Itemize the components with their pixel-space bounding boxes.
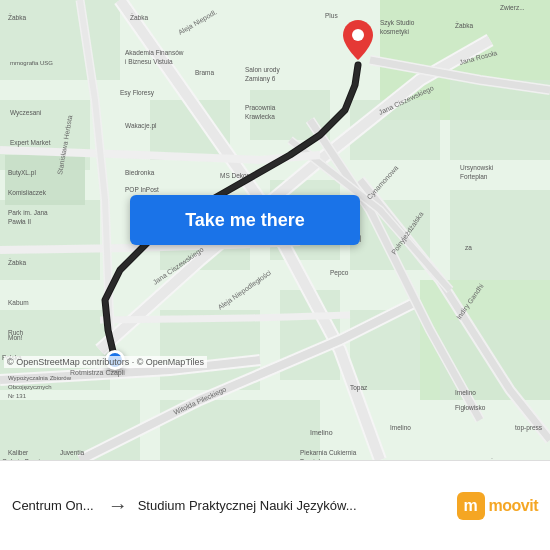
svg-point-86 — [352, 29, 364, 41]
svg-text:Żabka: Żabka — [490, 458, 508, 460]
svg-text:Szyk Studio: Szyk Studio — [380, 19, 415, 27]
svg-text:Żabka: Żabka — [8, 258, 26, 266]
svg-rect-12 — [450, 190, 550, 280]
from-location-name: Centrum On... — [12, 498, 94, 513]
svg-text:Żabka: Żabka — [130, 13, 148, 21]
svg-text:Krawlecka: Krawlecka — [245, 113, 275, 120]
map-attribution: © OpenStreetMap contributors · © OpenMap… — [4, 356, 207, 368]
svg-text:top-press: top-press — [515, 424, 543, 432]
svg-text:Plus: Plus — [325, 12, 338, 19]
svg-text:Wypożyczalnia Zbiorów: Wypożyczalnia Zbiorów — [8, 375, 72, 381]
svg-rect-1 — [0, 0, 120, 80]
moovit-text: moovit — [489, 497, 538, 515]
svg-text:Komisliaczek: Komisliaczek — [8, 189, 47, 196]
svg-text:Ursynowski: Ursynowski — [460, 164, 493, 172]
svg-text:MS Dekor: MS Dekor — [220, 172, 250, 179]
svg-text:Figłowisko: Figłowisko — [455, 404, 486, 412]
map-view: Stanisława Herbsta Aleja Niepodl. Aleja … — [0, 0, 550, 460]
svg-text:Imelino: Imelino — [310, 429, 333, 436]
bottom-bar: Centrum On... → Studium Praktycznej Nauk… — [0, 460, 550, 550]
to-location: Studium Praktycznej Nauki Języków... — [134, 498, 457, 513]
svg-text:Zwierz...: Zwierz... — [500, 4, 525, 11]
svg-text:ButyXL.pl: ButyXL.pl — [8, 169, 36, 177]
svg-text:Zamiany 6: Zamiany 6 — [245, 75, 276, 83]
svg-text:Żabka: Żabka — [455, 21, 473, 29]
svg-text:Biedronka: Biedronka — [125, 169, 155, 176]
svg-text:Wakacje.pl: Wakacje.pl — [125, 122, 157, 130]
svg-text:kosmetyki: kosmetyki — [380, 28, 409, 36]
direction-arrow: → — [108, 494, 128, 517]
svg-text:Brama: Brama — [195, 69, 215, 76]
svg-text:Rotmistrza Czapli: Rotmistrza Czapli — [70, 369, 125, 377]
take-me-there-button[interactable]: Take me there — [130, 195, 360, 245]
svg-text:Expert Market: Expert Market — [10, 139, 51, 147]
svg-rect-6 — [5, 155, 85, 205]
svg-text:Żabka: Żabka — [8, 13, 26, 21]
svg-text:POP InPost: POP InPost — [125, 186, 159, 193]
svg-text:Piekarnia Cukiernia: Piekarnia Cukiernia — [300, 449, 357, 456]
to-location-name: Studium Praktycznej Nauki Języków... — [138, 498, 457, 513]
svg-text:Ruch: Ruch — [8, 329, 24, 336]
svg-text:Kabum: Kabum — [8, 299, 29, 306]
moovit-logo: m moovit — [457, 492, 538, 520]
svg-text:Pawła II: Pawła II — [8, 218, 31, 225]
svg-text:Galeria Broni: Galeria Broni — [2, 458, 40, 460]
moovit-icon: m — [457, 492, 485, 520]
svg-text:Pracownia: Pracownia — [245, 104, 276, 111]
svg-text:Park im. Jana: Park im. Jana — [8, 209, 48, 216]
svg-text:i Biznesu Vistula: i Biznesu Vistula — [125, 58, 173, 65]
svg-text:Wyczesani: Wyczesani — [10, 109, 41, 117]
svg-text:Akademia Finansów: Akademia Finansów — [125, 49, 184, 56]
svg-text:Forteplan: Forteplan — [460, 173, 488, 181]
svg-text:mmografia USG: mmografia USG — [10, 60, 53, 66]
svg-text:Juventia: Juventia — [60, 449, 85, 456]
svg-text:za: za — [465, 244, 472, 251]
svg-text:Pepco: Pepco — [330, 269, 349, 277]
svg-text:Obcojęzycznych: Obcojęzycznych — [8, 384, 52, 390]
svg-text:Imelino: Imelino — [455, 389, 476, 396]
location-info: Centrum On... → Studium Praktycznej Nauk… — [12, 494, 457, 517]
svg-text:Topaz: Topaz — [350, 384, 368, 392]
svg-text:Esy Floresy: Esy Floresy — [120, 89, 155, 97]
svg-text:Kaliber: Kaliber — [8, 449, 29, 456]
svg-text:Imelino: Imelino — [390, 424, 411, 431]
svg-text:Braciak: Braciak — [300, 458, 322, 460]
svg-text:Salon urody: Salon urody — [245, 66, 280, 74]
destination-marker — [343, 20, 373, 60]
svg-text:Nr 131: Nr 131 — [8, 393, 27, 399]
from-location: Centrum On... — [12, 498, 102, 513]
